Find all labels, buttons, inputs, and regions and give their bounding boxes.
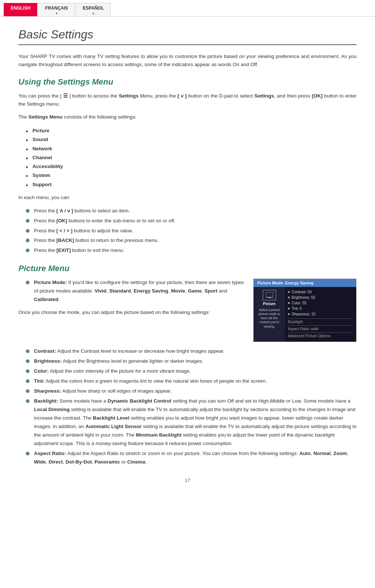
intro-paragraph: Your SHARP TV comes with many TV setting…: [18, 52, 357, 68]
bullet-system: System: [26, 171, 357, 180]
espanol-arrow-icon: ▲: [92, 11, 95, 15]
setting-aspect-ratio: Aspect Ratio: Adjust the Aspect Ratio to…: [26, 449, 357, 466]
picture-mode-circle-list: Picture Mode: If you'd like to configure…: [26, 278, 246, 304]
setting-color: Color: Adjust the color intensity of the…: [26, 367, 357, 376]
setting-contrast: Contrast: Adjust the Contrast level to i…: [26, 347, 357, 356]
svg-rect-2: [267, 298, 272, 298]
bullet-picture: Picture: [26, 126, 357, 135]
picture-menu-layout: Picture Mode: If you'd like to configure…: [18, 278, 357, 342]
screenshot-left-panel: Picture Select a preset picture mode to …: [254, 287, 285, 342]
setting-sharpness: Sharpness: Adjust how sharp or soft edge…: [26, 387, 357, 396]
screenshot-right-panel: Contrast: 50 Brightness: 50 Color: 55 Ti…: [285, 287, 356, 342]
tv-screenshot: Picture Mode: Energy Saving Picture Sele…: [253, 278, 357, 342]
francais-arrow-icon: ▲: [55, 11, 58, 15]
circle-list-menu-actions: Press the [ ∧ / v ] buttons to select an…: [26, 207, 357, 255]
lang-tab-espanol[interactable]: ESPAÑOL ▲: [76, 3, 111, 16]
lang-tab-francais[interactable]: FRANÇAIS ▲: [38, 3, 75, 16]
screenshot-sharpness: Sharpness: 10: [288, 311, 353, 317]
screenshot-icon-label: Picture: [263, 302, 276, 306]
screenshot-tint: Tint: 0: [288, 306, 353, 311]
dot-icon: [288, 291, 290, 293]
picture-settings-list: Contrast: Adjust the Contrast level to i…: [26, 347, 357, 466]
picture-menu-text: Picture Mode: If you'd like to configure…: [18, 278, 246, 321]
screenshot-icon-desc: Select a preset picture mode to best sui…: [256, 308, 283, 328]
section-heading-picture-menu: Picture Menu: [18, 264, 357, 273]
circle-item-ok: Press the [OK] buttons to enter the sub-…: [26, 217, 357, 225]
setting-tint: Tint: Adjust the colors from a green to …: [26, 377, 357, 386]
dot-icon: [288, 313, 290, 315]
lang-tab-english-label: ENGLISH: [11, 6, 30, 11]
dot-icon: [288, 297, 290, 298]
screenshot-aspect-ratio: Aspect Ratio: wide: [288, 325, 353, 331]
bullet-channel: Channel: [26, 153, 357, 162]
picture-icon: [263, 290, 276, 300]
in-each-menu-para: In each menu, you can:: [18, 194, 357, 202]
page-title: Basic Settings: [18, 28, 357, 45]
screenshot-brightness: Brightness: 50: [288, 295, 353, 300]
dot-icon: [288, 308, 290, 310]
setting-brightness: Brightness: Adjust the Brightness level …: [26, 357, 357, 366]
circle-item-exit: Press the [EXIT] button to exit the menu…: [26, 246, 357, 255]
bullet-accessibility: Accessibility: [26, 162, 357, 171]
svg-rect-0: [266, 292, 273, 297]
lang-tab-english[interactable]: ENGLISH: [4, 3, 37, 16]
page-number: 17: [18, 478, 357, 483]
screenshot-contrast: Contrast: 50: [288, 289, 353, 295]
dot-icon: [288, 302, 290, 304]
lang-tab-espanol-label: ESPAÑOL: [83, 6, 104, 11]
circle-item-back: Press the [BACK] button to return to the…: [26, 236, 357, 245]
settings-menu-para2: The Settings Menu consists of the follow…: [18, 113, 357, 121]
circle-item-adjust: Press the [ < / > ] buttons to adjust th…: [26, 227, 357, 235]
after-mode-para: Once you choose the mode, you can adjust…: [18, 308, 246, 317]
settings-bullet-list: Picture Sound Network Channel Accessibil…: [26, 126, 357, 189]
main-content: Basic Settings Your SHARP TV comes with …: [0, 17, 375, 498]
picture-mode-item: Picture Mode: If you'd like to configure…: [26, 278, 246, 304]
screenshot-body: Picture Select a preset picture mode to …: [254, 287, 356, 342]
lang-tab-francais-label: FRANÇAIS: [45, 6, 68, 11]
setting-backlight: Backlight: Some models have a Dynamic Ba…: [26, 397, 357, 448]
bullet-support: Support: [26, 180, 357, 189]
bullet-network: Network: [26, 144, 357, 153]
screenshot-color: Color: 55: [288, 300, 353, 306]
screenshot-backlight: Backlight: [288, 318, 353, 324]
settings-menu-para1: You can press the [ ☰ ] button to access…: [18, 92, 357, 108]
screenshot-header: Picture Mode: Energy Saving: [254, 279, 356, 287]
section-heading-settings-menu: Using the Settings Menu: [18, 77, 357, 87]
language-nav: ENGLISH FRANÇAIS ▲ ESPAÑOL ▲: [0, 0, 375, 17]
screenshot-advanced-options: Advanced Picture Options: [288, 332, 353, 338]
bullet-sound: Sound: [26, 135, 357, 144]
circle-item-navigate: Press the [ ∧ / v ] buttons to select an…: [26, 207, 357, 215]
